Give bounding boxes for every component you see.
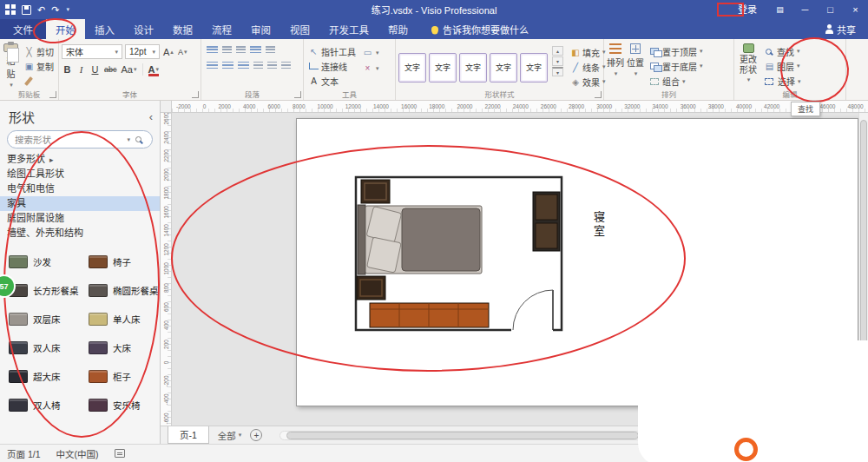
gallery-down-icon[interactable]: ▾ [552,56,563,66]
gallery-more-icon[interactable]: ▾ [552,67,563,76]
stencil-shape[interactable]: 椭圆形餐桌 [80,276,160,305]
dialog-launcher-icon[interactable] [294,91,301,98]
stencil-shape[interactable]: 双人床 [0,333,80,362]
gallery-up-icon[interactable]: ▴ [552,46,563,56]
tab-插入[interactable]: 插入 [85,19,124,39]
change-shape-button[interactable]: 更改形状 ▾ [737,42,760,89]
category-更多形状[interactable]: 更多形状▸ [0,152,160,167]
font-size-select[interactable]: 12pt▾ [125,44,160,59]
format-painter-button[interactable] [22,75,56,89]
stencil-shape[interactable]: 安乐椅 [80,391,160,419]
align-top-icon[interactable] [253,62,263,70]
bed-blanket[interactable] [402,208,480,271]
app-icon[interactable] [5,4,16,15]
tab-帮助[interactable]: 帮助 [378,19,418,39]
position-button[interactable]: 位置 ▾ [627,42,644,89]
bullets-icon[interactable] [207,46,218,55]
paste-button[interactable]: 粘贴 ▾ [3,42,19,89]
tab-设计[interactable]: 设计 [124,19,163,39]
tab-file[interactable]: 文件 [0,19,46,39]
collapse-panel-icon[interactable]: ‹ [149,110,153,123]
tab-开发工具[interactable]: 开发工具 [319,19,378,39]
category-家具[interactable]: 家具 [0,196,160,211]
tell-me-search[interactable]: 告诉我你想要做什么 [431,19,529,39]
shape-style-preview[interactable]: 文字 [490,53,517,82]
shape-style-preview[interactable]: 文字 [398,53,426,82]
restore-button[interactable]: □ [818,0,843,19]
increase-indent-icon[interactable] [236,46,246,55]
pointer-tool-button[interactable]: ↖指针工具 [306,44,358,58]
align-right-icon[interactable] [238,62,249,70]
connection-point-button[interactable]: ×▾ [360,61,381,76]
minimize-button[interactable]: ─ [792,0,818,19]
fill-button[interactable]: ◧填充▾ [569,45,608,59]
category-墙壁、外壳和结构[interactable]: 墙壁、外壳和结构 [0,226,160,241]
send-to-back-button[interactable]: 置于底层▾ [647,59,705,73]
text-tool-button[interactable]: A文本 [306,75,358,89]
bed-headboard[interactable] [358,205,365,274]
undo-icon[interactable]: ↶ [37,0,45,19]
qat-dropdown-icon[interactable]: ▾ [66,0,69,19]
bring-to-front-button[interactable]: 置于顶层▾ [647,44,705,58]
group-button[interactable]: 组合▾ [647,75,705,89]
stencil-shape[interactable]: 柜子 [80,362,160,391]
dialog-launcher-icon[interactable] [49,91,56,98]
stencil-shape[interactable]: 双层床 [0,305,80,333]
shape-style-preview[interactable]: 文字 [520,53,548,82]
stencil-shape[interactable]: 超大床 [0,362,80,391]
stencil-shape[interactable]: 椅子 [80,248,160,276]
italic-button[interactable]: I [76,63,87,76]
close-button[interactable]: × [843,0,868,19]
line-spacing-icon[interactable] [250,46,261,55]
line-button[interactable]: ╱线条▾ [569,60,608,74]
tab-数据[interactable]: 数据 [163,19,202,39]
share-button[interactable]: 共享 [825,19,856,39]
dialog-launcher-icon[interactable] [595,91,602,98]
bold-button[interactable]: B [62,63,73,76]
align-button[interactable]: 排列 ▾ [607,42,624,89]
tab-开始[interactable]: 开始 [46,19,85,39]
align-middle-icon[interactable] [267,62,277,70]
save-icon[interactable] [22,5,31,15]
status-book-icon[interactable] [115,449,125,458]
connector-tool-button[interactable]: 连接线 [306,59,358,73]
search-icon[interactable] [135,136,141,142]
status-page-info[interactable]: 页面 1/1 [7,447,41,460]
copy-button[interactable]: ▣复制 [22,59,56,73]
status-language[interactable]: 中文(中国) [56,447,99,460]
scrollbar-thumb[interactable] [860,120,867,364]
shape-style-preview[interactable]: 文字 [429,53,457,82]
cut-button[interactable]: ╳剪切 [22,44,56,58]
tab-流程[interactable]: 流程 [202,19,241,39]
category-电气和电信[interactable]: 电气和电信 [0,182,160,196]
stencil-shape[interactable]: 大床 [80,333,160,362]
align-left-icon[interactable] [207,62,218,70]
layers-button[interactable]: ▤图层▾ [762,59,803,73]
align-center-icon[interactable] [222,62,233,70]
font-family-select[interactable]: 宋体▾ [62,44,122,59]
dialog-launcher-icon[interactable] [192,91,199,98]
shrink-font-button[interactable]: A▾ [177,45,188,59]
rectangle-tool-button[interactable]: ▭▾ [360,45,381,60]
stencil-shape[interactable]: 双人椅 [0,391,80,419]
stencil-shape[interactable]: 单人床 [80,305,160,333]
shape-style-preview[interactable]: 文字 [459,53,487,82]
stencil-shape[interactable]: 沙发 [0,248,80,276]
align-bottom-icon[interactable] [281,62,291,70]
decrease-indent-icon[interactable] [222,46,232,55]
category-绘图工具形状[interactable]: 绘图工具形状 [0,167,160,182]
category-庭园附属设施[interactable]: 庭园附属设施 [0,211,160,226]
shape-search-input[interactable]: 搜索形状 ▾ [7,130,153,148]
select-button[interactable]: 选择▾ [762,75,803,89]
page-tab[interactable]: 页-1 [168,426,209,444]
strikethrough-button[interactable]: abc [103,63,118,76]
ribbon-options-icon[interactable]: ▤ [767,0,792,19]
tab-视图[interactable]: 视图 [280,19,319,39]
change-case-button[interactable]: Aa▾ [121,63,138,76]
tab-审阅[interactable]: 审阅 [241,19,280,39]
underline-button[interactable]: U [89,63,101,76]
room-label[interactable]: 寝室 [590,211,607,239]
text-direction-icon[interactable] [266,46,275,55]
font-color-button[interactable]: A▾ [148,63,160,76]
scrollbar-thumb[interactable] [286,432,639,439]
